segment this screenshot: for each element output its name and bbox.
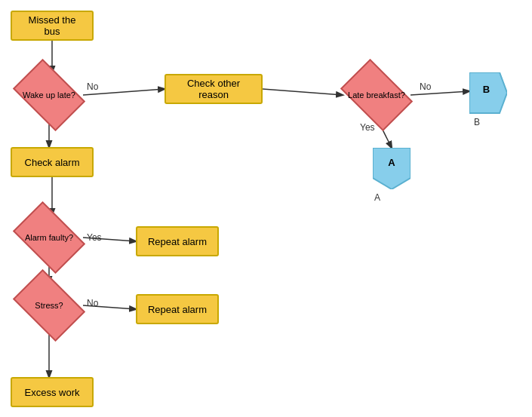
missed-bus-node: Missed the bus [11,11,94,41]
flowchart-lines [0,0,532,417]
connector-a-shape [373,148,411,189]
late-breakfast-node: Late breakfast? [343,72,411,118]
stress-no-label: No [87,298,98,308]
svg-line-2 [263,89,343,95]
check-other-reason-node: Check other reason [165,74,263,104]
repeat-alarm-1-node: Repeat alarm [136,226,219,256]
alarm-faulty-node: Alarm faulty? [15,215,83,260]
flowchart: Missed the bus Wake up late? Check other… [0,0,532,417]
late-yes-label: Yes [360,122,375,133]
connector-b-label: B [474,117,480,127]
connector-b-node: B [469,72,507,110]
late-no-label: No [420,81,431,92]
check-alarm-node: Check alarm [11,147,94,177]
svg-marker-12 [373,148,411,189]
connector-a-node: A [373,148,411,186]
excess-work-node: Excess work [11,377,94,407]
repeat-alarm-2-node: Repeat alarm [136,294,219,324]
wake-no-label: No [87,81,98,92]
stress-node: Stress? [15,283,83,328]
connector-a-label: A [374,192,380,203]
wake-up-late-node: Wake up late? [15,72,83,118]
alarm-yes-label: Yes [87,232,102,243]
